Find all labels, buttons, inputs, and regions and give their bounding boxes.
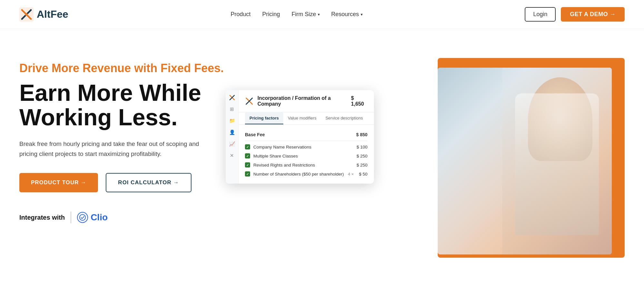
get-demo-button[interactable]: GET A DEMO → — [561, 7, 625, 22]
item-value-1: $ 250 — [356, 154, 367, 158]
svg-point-4 — [80, 215, 85, 220]
app-card-body: Base Fee $ 850 Company Name Reservations… — [239, 125, 374, 184]
checkbox-rights[interactable] — [245, 162, 250, 167]
app-card-icon — [245, 97, 254, 106]
app-card-header-left: Incorporation / Formation of a Company — [245, 95, 351, 107]
item-label-0: Company Name Reservations — [253, 145, 311, 149]
list-item: Multiple Share Classes $ 250 — [245, 151, 367, 160]
integrates-section: Integrates with Clio — [19, 212, 239, 223]
nav-links: Product Pricing Firm Size ▾ Resources ▾ — [230, 11, 362, 18]
app-card-title: Incorporation / Formation of a Company — [258, 95, 351, 107]
nav-resources[interactable]: Resources ▾ — [331, 11, 363, 18]
clio-icon — [77, 212, 88, 223]
item-value-0: $ 100 — [356, 145, 367, 149]
base-fee-value: $ 850 — [356, 132, 367, 137]
nav-product[interactable]: Product — [230, 11, 250, 18]
hero-right: ⊞ 📁 👤 📈 ✕ Incorporation / Formation of a… — [239, 48, 625, 267]
hero-subtext: Break free from hourly pricing and take … — [19, 139, 206, 159]
hero-photo — [438, 68, 612, 254]
app-card-price: $ 1,650 — [351, 95, 367, 107]
hero-section: Drive More Revenue with Fixed Fees. Earn… — [0, 29, 644, 283]
product-tour-button[interactable]: PRODUCT TOUR → — [19, 173, 98, 192]
nav-firm-size[interactable]: Firm Size ▾ — [292, 11, 320, 18]
hero-photo-inner — [438, 68, 612, 254]
integrates-label: Integrates with — [19, 214, 65, 221]
list-item: Company Name Reservations $ 100 — [245, 142, 367, 151]
tab-service-descriptions[interactable]: Service descriptions — [321, 112, 367, 124]
tab-value-modifiers[interactable]: Value modifiers — [283, 112, 321, 124]
hero-buttons: PRODUCT TOUR → ROI CALCULATOR → — [19, 173, 239, 192]
app-card-tabs: Pricing factors Value modifiers Service … — [239, 112, 374, 125]
clio-text: Clio — [91, 212, 108, 223]
item-multiplier-3: 4 × — [348, 172, 354, 177]
svg-point-3 — [25, 13, 28, 16]
sidebar-icon-grid: ⊞ — [229, 106, 235, 112]
app-card-header: Incorporation / Formation of a Company $… — [239, 90, 374, 112]
divider — [71, 212, 71, 223]
clio-badge: Clio — [77, 212, 108, 223]
chevron-down-icon: ▾ — [361, 12, 363, 17]
nav-cta: Login GET A DEMO → — [525, 7, 625, 22]
list-item: Number of Shareholders ($50 per sharehol… — [245, 169, 367, 178]
checkbox-shareholders[interactable] — [245, 171, 250, 177]
chevron-down-icon: ▾ — [318, 12, 320, 17]
sidebar-icon-logo — [229, 95, 235, 100]
sidebar-icon-folder: 📁 — [229, 118, 235, 124]
list-item: Revised Rights and Restrictions $ 250 — [245, 160, 367, 169]
logo[interactable]: AltFee — [19, 7, 68, 22]
item-label-3: Number of Shareholders ($50 per sharehol… — [253, 172, 344, 177]
item-value-3: $ 50 — [359, 172, 367, 177]
item-label-1: Multiple Share Classes — [253, 154, 298, 158]
checkbox-share-classes[interactable] — [245, 153, 250, 158]
sidebar-icon-chart: 📈 — [229, 141, 235, 147]
checkbox-company-name[interactable] — [245, 144, 250, 149]
base-fee-row: Base Fee $ 850 — [245, 130, 367, 139]
sidebar-icon-user: 👤 — [229, 129, 235, 135]
hero-left: Drive More Revenue with Fixed Fees. Earn… — [19, 48, 239, 223]
app-card-sidebar: ⊞ 📁 👤 📈 ✕ — [226, 90, 239, 184]
hero-tagline: Drive More Revenue with Fixed Fees. — [19, 61, 239, 75]
navigation: AltFee Product Pricing Firm Size ▾ Resou… — [0, 0, 644, 29]
tab-pricing-factors[interactable]: Pricing factors — [245, 112, 283, 124]
base-fee-label: Base Fee — [245, 132, 265, 137]
login-button[interactable]: Login — [525, 7, 556, 22]
item-label-2: Revised Rights and Restrictions — [253, 163, 315, 167]
nav-pricing[interactable]: Pricing — [262, 11, 280, 18]
sidebar-icon-settings: ✕ — [229, 153, 235, 158]
item-value-2: $ 250 — [356, 163, 367, 167]
logo-wordmark: AltFee — [37, 8, 68, 20]
roi-calculator-button[interactable]: ROI CALCULATOR → — [106, 173, 191, 192]
hero-headline: Earn More While Working Less. — [19, 81, 239, 129]
app-card: ⊞ 📁 👤 📈 ✕ Incorporation / Formation of a… — [226, 90, 374, 184]
